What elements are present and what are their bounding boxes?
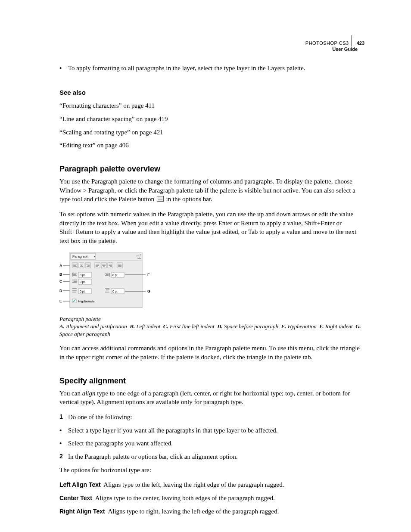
step1-bullet-2: • Select the paragraphs you want affecte…	[59, 439, 364, 448]
cap-c-lbl: C.	[163, 323, 170, 330]
label-d: D	[59, 289, 62, 293]
specify-p1a: You can	[59, 390, 82, 397]
step1-bullet-2-text: Select the paragraphs you want affected.	[68, 439, 173, 448]
def-left-desc: Aligns type to the left, leaving the rig…	[103, 481, 284, 488]
cap-g: Space after paragraph	[59, 331, 110, 337]
overview-p2: To set options with numeric values in th…	[59, 210, 364, 246]
def-center-term: Center Text	[59, 495, 92, 501]
def-right-desc: Aligns type to right, leaving the left e…	[108, 508, 279, 515]
label-e: E	[59, 299, 62, 303]
xref-3: “Scaling and rotating type” on page 421	[59, 128, 364, 137]
step-2-num: 2	[59, 452, 68, 461]
intro-bullet-text: To apply formatting to all paragraphs in…	[68, 64, 305, 73]
label-c: C	[59, 279, 62, 283]
cap-a-lbl: A.	[59, 323, 66, 330]
step-2-text: In the Paragraph palette or options bar,…	[68, 452, 237, 461]
xref-4: “Editing text” on page 406	[59, 141, 364, 150]
step-1-num: 1	[59, 413, 68, 422]
page-header: PHOTOSHOP CS3 423 User Guide	[305, 34, 364, 53]
cap-b: Left indent	[136, 323, 160, 330]
hyphenate-label: Hyphenate	[78, 299, 95, 303]
label-b: B	[59, 272, 62, 277]
label-g: G	[147, 289, 150, 293]
specify-heading: Specify alignment	[59, 376, 364, 386]
field-f: 0 pt	[112, 274, 118, 277]
intro-bullet: • To apply formatting to all paragraphs …	[59, 64, 364, 73]
figure-caption: Paragraph palette A. Alignment and justi…	[59, 315, 364, 338]
def-left: Left Align Text Aligns type to the left,…	[59, 480, 364, 489]
def-right-term: Right Align Text	[59, 508, 105, 515]
cap-e-lbl: E.	[281, 323, 287, 330]
caption-title: Paragraph palette	[59, 315, 364, 323]
specify-p1b: type to one edge of a paragraph (left, c…	[59, 390, 350, 406]
after-figure-p: You can access additional commands and o…	[59, 344, 364, 361]
step-1: 1 Do one of the following:	[59, 413, 364, 422]
overview-heading: Paragraph palette overview	[59, 164, 364, 174]
cap-e: Hyphenation	[288, 323, 317, 330]
field-g: 0 pt	[112, 290, 118, 293]
svg-text:—: —	[136, 253, 139, 256]
bullet-dot: •	[59, 64, 68, 73]
def-center-desc: Aligns type to the center, leaving both …	[95, 495, 275, 501]
page-number: 423	[357, 40, 364, 46]
header-divider	[352, 35, 352, 47]
cap-d: Space before paragraph	[224, 323, 278, 330]
xref-2: “Line and character spacing” on page 419	[59, 115, 364, 124]
product-name: PHOTOSHOP CS3	[305, 40, 349, 46]
label-f: F	[147, 273, 150, 277]
cap-d-lbl: D.	[217, 323, 224, 330]
overview-p1: You use the Paragraph palette to change …	[59, 177, 364, 204]
step1-bullet-1-text: Select a type layer if you want all the …	[68, 426, 278, 435]
def-right: Right Align Text Aligns type to right, l…	[59, 507, 364, 516]
field-c: 0 pt	[80, 280, 85, 284]
cap-a: Alignment and justification	[66, 323, 127, 330]
cap-b-lbl: B.	[130, 323, 136, 330]
guide-label: User Guide	[305, 46, 364, 52]
see-also-heading: See also	[59, 88, 364, 97]
step-2: 2 In the Paragraph palette or options ba…	[59, 452, 364, 461]
content: • To apply formatting to all paragraphs …	[59, 64, 364, 516]
cap-g-lbl: G.	[355, 323, 361, 330]
def-center: Center Text Aligns type to the center, l…	[59, 494, 364, 503]
bullet-dot: •	[59, 426, 68, 435]
label-a: A	[59, 264, 62, 268]
field-d: 0 pt	[80, 290, 85, 293]
xref-1: “Formatting characters” on page 411	[59, 101, 364, 110]
step-1-text: Do one of the following:	[68, 413, 132, 422]
cap-f-lbl: F.	[319, 323, 325, 330]
def-left-term: Left Align Text	[59, 481, 101, 488]
cap-c: First line left indent	[170, 323, 215, 330]
field-b: 0 pt	[80, 274, 85, 277]
tab-close-icon: ×	[93, 255, 96, 258]
bullet-dot: •	[59, 439, 68, 448]
options-intro: The options for horizontal type are:	[59, 466, 364, 475]
specify-p1: You can align type to one edge of a para…	[59, 389, 364, 407]
page: PHOTOSHOP CS3 423 User Guide • To apply …	[0, 0, 411, 532]
palette-svg: A B C D E Paragraph × — ×	[59, 252, 154, 313]
paragraph-palette-figure: A B C D E Paragraph × — ×	[59, 252, 364, 313]
specify-p1-em: align	[82, 390, 96, 397]
svg-text:×: ×	[140, 253, 141, 256]
overview-p1b: in the options bar.	[165, 196, 212, 202]
cap-f: Right indent	[325, 323, 353, 330]
palette-button-icon	[157, 196, 164, 202]
palette-tab-label: Paragraph	[72, 255, 88, 258]
step1-bullet-1: • Select a type layer if you want all th…	[59, 426, 364, 435]
